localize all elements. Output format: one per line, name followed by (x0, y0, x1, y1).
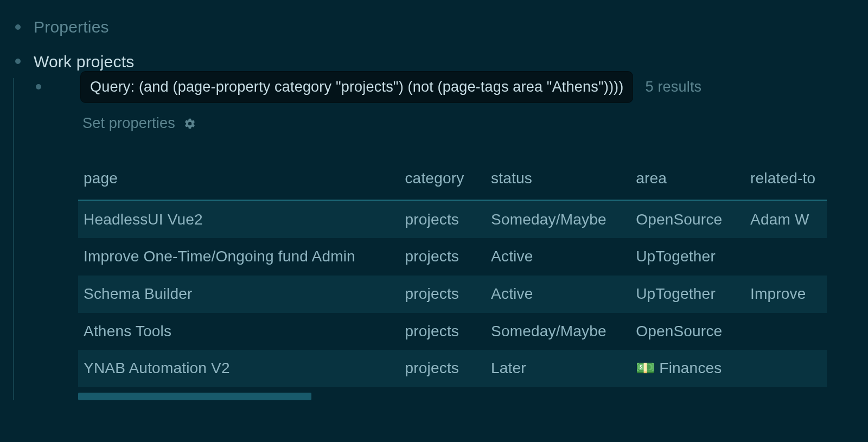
query-code[interactable]: Query: (and (page-property category "pro… (80, 71, 633, 103)
cell-category: projects (399, 201, 486, 239)
col-header-status[interactable]: status (486, 160, 630, 201)
table-row[interactable]: Athens Tools projects Someday/Maybe Open… (78, 313, 827, 350)
cell-area: OpenSource (630, 313, 745, 350)
bullet-icon[interactable] (36, 84, 41, 89)
bullet-icon[interactable] (15, 24, 21, 30)
cell-related: Improve (745, 276, 827, 313)
tree-thread-line (13, 78, 14, 400)
set-properties-label[interactable]: Set properties (82, 113, 175, 134)
cell-page[interactable]: Schema Builder (78, 276, 399, 313)
cell-page[interactable]: Athens Tools (78, 313, 399, 350)
cell-category: projects (399, 238, 486, 276)
cell-status: Active (486, 276, 630, 313)
col-header-page[interactable]: page (78, 160, 399, 201)
cell-status: Later (486, 350, 630, 387)
bullet-icon[interactable] (15, 59, 21, 64)
cell-area: UpTogether (630, 238, 745, 276)
cell-related: Adam W (745, 201, 827, 239)
col-header-category[interactable]: category (399, 160, 486, 201)
outline-label-work-projects: Work projects (34, 50, 134, 74)
cell-area: UpTogether (630, 276, 745, 313)
scrollbar-thumb[interactable] (78, 393, 311, 400)
cell-status: Active (486, 238, 630, 276)
cell-page[interactable]: YNAB Automation V2 (78, 350, 399, 387)
cell-page[interactable]: HeadlessUI Vue2 (78, 201, 399, 239)
table-row[interactable]: Improve One-Time/Ongoing fund Admin proj… (78, 238, 827, 276)
cell-category: projects (399, 350, 486, 387)
cell-status: Someday/Maybe (486, 201, 630, 239)
outline-item-work-projects[interactable]: Work projects Query: (and (page-property… (0, 44, 868, 400)
cell-area: OpenSource (630, 201, 745, 239)
table-row[interactable]: HeadlessUI Vue2 projects Someday/Maybe O… (78, 201, 827, 239)
table-row[interactable]: YNAB Automation V2 projects Later 💵 Fina… (78, 350, 827, 387)
col-header-related[interactable]: related-to (745, 160, 827, 201)
cell-category: projects (399, 276, 486, 313)
query-results-count: 5 results (645, 76, 701, 98)
query-results-table: page category status area related-to Hea… (78, 160, 827, 387)
table-header-row: page category status area related-to (78, 160, 827, 201)
cell-area: 💵 Finances (630, 350, 745, 387)
cell-category: projects (399, 313, 486, 350)
horizontal-scrollbar[interactable] (78, 393, 827, 400)
table-row[interactable]: Schema Builder projects Active UpTogethe… (78, 276, 827, 313)
col-header-area[interactable]: area (630, 160, 745, 201)
cell-page[interactable]: Improve One-Time/Ongoing fund Admin (78, 238, 399, 276)
outline-item-query-block[interactable]: Query: (and (page-property category "pro… (21, 79, 868, 400)
cell-related (745, 238, 827, 276)
outline-label-properties: Properties (34, 15, 109, 39)
gear-icon[interactable] (184, 118, 196, 130)
cell-related (745, 313, 827, 350)
cell-related (745, 350, 827, 387)
outline-item-properties[interactable]: Properties (0, 10, 868, 44)
cell-status: Someday/Maybe (486, 313, 630, 350)
